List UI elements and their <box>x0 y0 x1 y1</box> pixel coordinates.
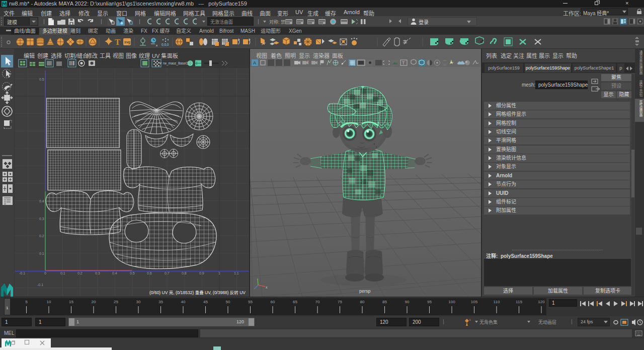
svg-text:40: 40 <box>181 300 186 304</box>
svg-text:(0/60) UV 亮, (0/18532) 重叠 UV,: (0/60) UV 亮, (0/18532) 重叠 UV, (0/3988) 反… <box>149 290 246 295</box>
svg-text:x: x <box>266 286 268 289</box>
svg-text:5: 5 <box>25 300 28 304</box>
svg-text:0.9: 0.9 <box>199 271 204 275</box>
svg-text:25: 25 <box>114 300 118 304</box>
svg-text:100: 100 <box>448 300 455 304</box>
svg-text:0.5: 0.5 <box>39 78 44 81</box>
svg-text:75: 75 <box>338 300 342 304</box>
svg-text:0.1: 0.1 <box>60 271 65 275</box>
svg-text:0.2: 0.2 <box>39 234 44 238</box>
svg-text:110: 110 <box>494 300 500 304</box>
svg-text:4: 4 <box>307 60 309 63</box>
svg-text:35: 35 <box>158 300 163 304</box>
svg-text:80: 80 <box>360 300 365 304</box>
svg-text:95: 95 <box>427 300 432 304</box>
svg-text:0.3: 0.3 <box>95 271 100 275</box>
svg-text:30: 30 <box>136 300 141 304</box>
svg-text:20: 20 <box>92 300 96 304</box>
svg-text:105: 105 <box>471 300 478 304</box>
svg-text:0.4: 0.4 <box>39 199 44 203</box>
svg-text:0.7: 0.7 <box>165 271 170 275</box>
svg-text:0.8: 0.8 <box>182 271 187 275</box>
svg-text:A: A <box>253 60 256 65</box>
svg-text:1: 1 <box>6 306 9 310</box>
svg-text:1.1: 1.1 <box>234 271 239 275</box>
svg-text:0.3: 0.3 <box>39 217 44 221</box>
svg-text:15: 15 <box>69 300 73 304</box>
svg-text:0.5: 0.5 <box>130 271 135 275</box>
svg-text:0.6: 0.6 <box>147 271 152 275</box>
svg-text:55: 55 <box>248 300 253 304</box>
svg-text:persp: persp <box>359 289 371 294</box>
svg-text:70: 70 <box>315 300 320 304</box>
svg-text:T: T <box>115 37 121 47</box>
svg-text:svg: svg <box>124 40 130 44</box>
svg-text:0: 0 <box>44 271 46 275</box>
svg-text:T: T <box>402 60 405 65</box>
svg-text:45: 45 <box>203 300 208 304</box>
svg-text:-0.1: -0.1 <box>37 283 43 287</box>
svg-text:50: 50 <box>226 300 230 304</box>
svg-text:+: + <box>469 318 471 322</box>
svg-text:-0.1: -0.1 <box>19 271 25 275</box>
svg-text:10: 10 <box>47 300 51 304</box>
svg-text:85: 85 <box>382 300 387 304</box>
svg-text:0.1: 0.1 <box>39 252 44 255</box>
svg-text:115: 115 <box>516 300 522 304</box>
svg-text:60: 60 <box>271 300 275 304</box>
svg-text:1: 1 <box>218 271 220 275</box>
svg-text:90: 90 <box>405 300 410 304</box>
svg-text:0.4: 0.4 <box>112 271 117 275</box>
svg-text:0.2: 0.2 <box>77 271 83 275</box>
svg-text:65: 65 <box>293 300 297 304</box>
svg-text:120: 120 <box>538 300 545 304</box>
svg-text:0,0,0: 0,0,0 <box>162 43 169 46</box>
